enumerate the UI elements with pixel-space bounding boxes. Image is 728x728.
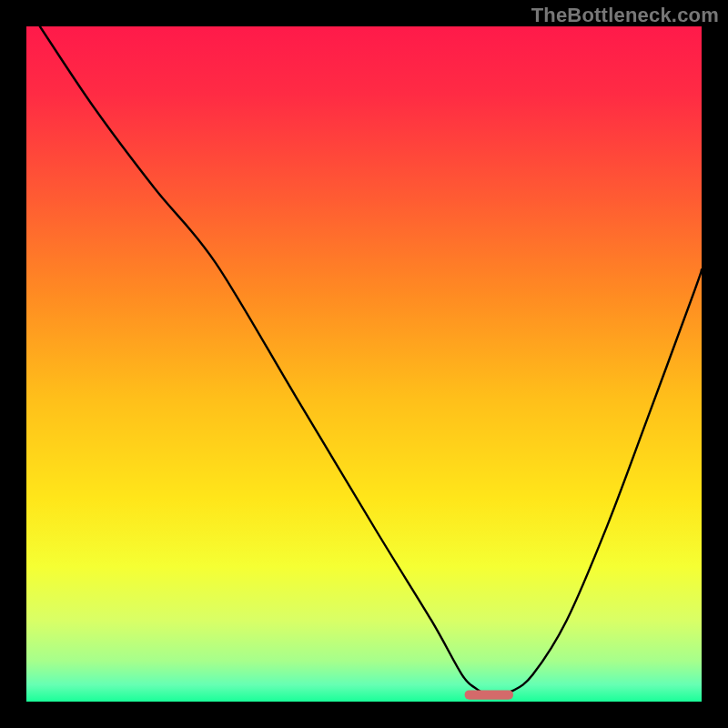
plot-area (26, 26, 702, 702)
watermark-text: TheBottleneck.com (531, 4, 719, 27)
gradient-background (26, 26, 702, 702)
optimal-marker (465, 690, 513, 699)
chart-frame: TheBottleneck.com (0, 0, 728, 728)
plot-svg (26, 26, 702, 702)
